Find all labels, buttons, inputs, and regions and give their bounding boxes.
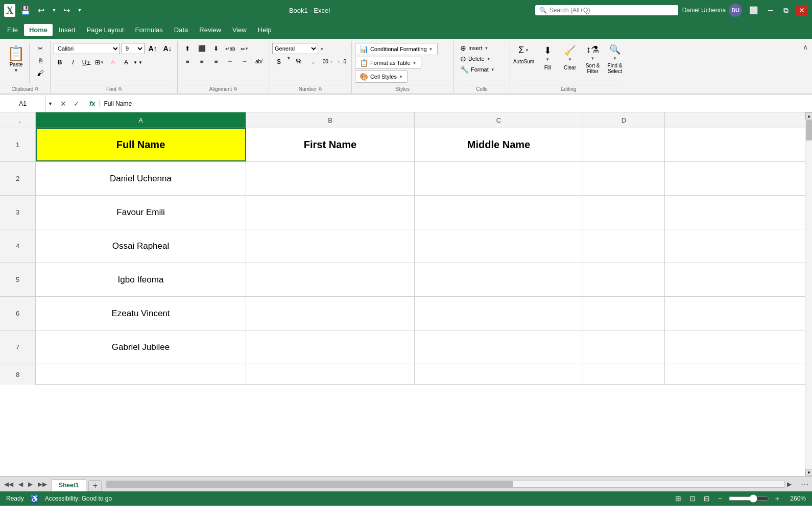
menu-data[interactable]: Data [169,24,193,36]
menu-page-layout[interactable]: Page Layout [82,24,129,36]
find-select-button[interactable]: 🔍 ▼ [606,43,624,62]
restore-button[interactable]: ⧉ [780,5,792,16]
cell-d7[interactable] [583,330,665,364]
cell-b4[interactable] [246,229,415,263]
cell-c1[interactable]: Middle Name [415,128,583,161]
menu-help[interactable]: Help [253,24,277,36]
cell-b6[interactable] [246,297,415,330]
format-button[interactable]: 🔧 Format ▼ [457,64,498,75]
cell-d4[interactable] [583,229,665,263]
bold-button[interactable]: B [54,57,66,68]
menu-insert[interactable]: Insert [54,24,81,36]
wrap-text-button[interactable]: ↵ab [224,43,237,54]
cell-b1[interactable]: First Name [246,128,415,161]
cell-d6[interactable] [583,297,665,330]
conditional-formatting-button[interactable]: 📊 Conditional Formatting ▼ [355,43,438,55]
col-header-c[interactable]: C [415,112,583,128]
paste-button[interactable]: 📋 Paste ▼ [3,43,30,83]
decrease-indent-button[interactable]: ← [224,56,237,67]
cell-reference-box[interactable] [0,95,46,112]
zoom-out-button[interactable]: − [716,493,724,504]
scroll-track[interactable] [805,120,812,469]
search-input[interactable] [550,7,662,14]
sheet-tab-sheet1[interactable]: Sheet1 [51,479,86,491]
page-layout-view-button[interactable]: ⊡ [687,493,698,504]
cell-c3[interactable] [415,196,583,229]
cell-d2[interactable] [583,162,665,195]
cell-d3[interactable] [583,196,665,229]
increase-indent-button[interactable]: → [238,56,251,67]
cell-b7[interactable] [246,330,415,364]
align-top-button[interactable]: ⬆ [181,43,194,54]
border-button[interactable]: ⊞▼ [93,57,106,68]
horizontal-scrollbar[interactable] [106,481,785,488]
align-right-button[interactable]: ≡ [209,56,223,67]
sheet-options-button[interactable]: ⋯ [801,479,809,489]
menu-formulas[interactable]: Formulas [130,24,168,36]
minimize-button[interactable]: ─ [765,5,776,15]
autosum-button[interactable]: Σ ▼ [514,43,533,58]
cell-d1[interactable] [583,128,665,161]
percent-button[interactable]: % [292,56,305,67]
copy-button[interactable]: ⎘ [34,55,47,66]
confirm-formula-button[interactable]: ✓ [71,99,82,109]
undo-button[interactable]: ↩ [36,5,46,16]
cell-styles-button[interactable]: 🎨 Cell Styles ▼ [355,70,408,83]
scroll-down-button[interactable]: ▼ [805,469,812,476]
alignment-expand-icon[interactable]: ⧉ [234,86,237,92]
zoom-in-button[interactable]: + [773,493,781,504]
italic-button[interactable]: I [67,57,79,68]
col-header-d[interactable]: D [583,112,665,128]
decrease-font-button[interactable]: A↓ [161,43,174,54]
formula-function-icon[interactable]: fx [85,100,100,107]
h-scroll-thumb[interactable] [106,481,513,487]
ribbon-collapse-button[interactable]: ∧ [803,43,808,51]
fill-button[interactable]: ⬇ ▼ [538,43,557,64]
normal-view-button[interactable]: ⊞ [673,493,683,504]
currency-button[interactable]: $ [272,56,285,67]
menu-review[interactable]: Review [194,24,226,36]
cell-c2[interactable] [415,162,583,195]
menu-home[interactable]: Home [24,24,53,36]
cell-c7[interactable] [415,330,583,364]
cell-a4[interactable]: Ossai Rapheal [36,229,246,263]
sort-filter-button[interactable]: ↕⚗ ▼ [583,43,602,62]
cell-c8[interactable] [415,364,583,385]
cell-c4[interactable] [415,229,583,263]
decrease-decimal-button[interactable]: ←.0 [335,56,348,67]
orientation-button[interactable]: ab/ [252,56,266,67]
menu-file[interactable]: File [2,24,23,36]
cell-c5[interactable] [415,263,583,296]
menu-view[interactable]: View [227,24,252,36]
align-middle-button[interactable]: ⬛ [195,43,208,54]
add-sheet-button[interactable]: + [88,480,102,491]
sheet-nav-last-button[interactable]: ▶▶ [36,480,49,489]
row-num-4[interactable]: 4 [0,229,36,263]
clear-button[interactable]: 🧹 ▼ [561,43,579,64]
merge-center-button[interactable]: ⇔▼ [238,43,251,54]
sheet-nav-next-button[interactable]: ▶ [26,480,35,489]
row-num-8[interactable]: 8 [0,364,36,385]
increase-decimal-button[interactable]: .00→ [321,56,334,67]
cell-c6[interactable] [415,297,583,330]
grid-scroll[interactable]: A B C D 1 Full Name First Name Middle Na… [0,112,805,476]
sheet-nav-prev-button[interactable]: ◀ [16,480,25,489]
row-num-5[interactable]: 5 [0,263,36,296]
customize-quick-access-button[interactable]: ▼ [75,7,84,14]
cell-b5[interactable] [246,263,415,296]
cell-b3[interactable] [246,196,415,229]
row-num-3[interactable]: 3 [0,196,36,229]
row-num-1[interactable]: 1 [0,128,36,161]
zoom-slider[interactable] [728,494,769,503]
underline-button[interactable]: U▼ [80,57,92,68]
align-bottom-button[interactable]: ⬇ [209,43,223,54]
cancel-formula-button[interactable]: ✕ [58,99,68,109]
format-painter-button[interactable]: 🖌 [34,67,47,79]
cell-a8[interactable] [36,364,246,385]
row-num-6[interactable]: 6 [0,297,36,330]
comma-button[interactable]: , [306,56,320,67]
select-all-corner[interactable] [0,112,36,128]
cell-a3[interactable]: Favour Emili [36,196,246,229]
vertical-scrollbar[interactable]: ▲ ▼ [805,112,812,476]
cell-d5[interactable] [583,263,665,296]
